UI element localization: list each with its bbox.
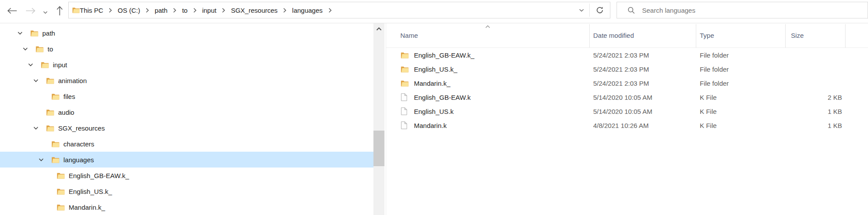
- chevron-right-icon: [329, 8, 332, 13]
- tree-item-characters[interactable]: characters: [0, 136, 373, 152]
- tree-item-files[interactable]: files: [0, 88, 373, 104]
- file-size: 1 KB: [785, 104, 842, 118]
- file-name: Mandarin.k: [414, 118, 447, 132]
- file-row-mandarin-k[interactable]: Mandarin.k4/8/2021 10:26 AMK File1 KB: [386, 118, 868, 132]
- tree-expand-chevron[interactable]: [18, 32, 23, 35]
- refresh-button[interactable]: [590, 2, 610, 18]
- tree-expand-chevron[interactable]: [33, 127, 39, 130]
- file-name: English_US.k_: [414, 62, 457, 76]
- breadcrumb-item-path[interactable]: path: [155, 7, 167, 14]
- scrollbar-thumb[interactable]: [373, 131, 384, 166]
- tree-item-english-us-k[interactable]: English_US.k_: [0, 183, 373, 199]
- breadcrumb-item-to[interactable]: to: [182, 7, 188, 14]
- breadcrumb-separator[interactable]: [173, 8, 176, 13]
- breadcrumb-item-os-c[interactable]: OS (C:): [118, 7, 140, 14]
- column-divider[interactable]: [845, 24, 846, 47]
- breadcrumb-separator[interactable]: [222, 8, 225, 13]
- chevron-down-icon: [39, 158, 44, 161]
- tree-item-animation[interactable]: animation: [0, 73, 373, 88]
- folder-icon: [46, 109, 54, 116]
- file-icon: [401, 118, 410, 132]
- tree-item-sgx-resources[interactable]: SGX_resources: [0, 120, 373, 136]
- tree-expand-chevron[interactable]: [33, 79, 39, 82]
- tree-item-languages[interactable]: languages: [0, 152, 373, 168]
- file-row-english-gb-eaw-k[interactable]: English_GB-EAW.k_5/24/2021 2:03 PMFile f…: [386, 48, 868, 62]
- folder-icon: [401, 48, 410, 62]
- recent-locations-button[interactable]: [41, 0, 50, 23]
- file-row-english-us-k[interactable]: English_US.k_5/24/2021 2:03 PMFile folde…: [386, 62, 868, 76]
- file-type: File folder: [700, 62, 729, 76]
- column-header-row: Name Date modified Type Size: [386, 23, 868, 48]
- breadcrumb-item-sgx-resources[interactable]: SGX_resources: [231, 7, 277, 14]
- file-type: K File: [700, 118, 717, 132]
- tree-item-input[interactable]: input: [0, 57, 373, 73]
- chevron-right-icon: [109, 8, 112, 13]
- column-header-date-modified[interactable]: Date modified: [593, 23, 634, 47]
- up-button[interactable]: [53, 0, 66, 23]
- tree-item-label: files: [63, 93, 75, 100]
- tree-item-to[interactable]: to: [0, 41, 373, 57]
- forward-button[interactable]: [23, 0, 38, 23]
- tree-item-label: languages: [63, 156, 94, 164]
- column-divider[interactable]: [696, 24, 696, 47]
- column-header-name[interactable]: Name: [400, 23, 418, 47]
- tree-item-english-gb-eaw-k[interactable]: English_GB-EAW.k_: [0, 168, 373, 183]
- file-row-english-us-k[interactable]: English_US.k5/14/2020 10:05 AMK File1 KB: [386, 104, 868, 118]
- column-divider[interactable]: [785, 24, 786, 47]
- file-size: [785, 62, 842, 76]
- address-dropdown-button[interactable]: [573, 2, 589, 18]
- file-icon: [401, 90, 410, 104]
- breadcrumb-item-input[interactable]: input: [202, 7, 217, 14]
- tree-item-label: animation: [58, 77, 87, 84]
- navigation-tree: path to input animation files audio SGX_…: [0, 23, 373, 215]
- tree-expand-chevron[interactable]: [28, 63, 34, 66]
- scrollbar-up-button[interactable]: [373, 23, 384, 35]
- search-box[interactable]: [617, 2, 868, 18]
- breadcrumb-item-this-pc[interactable]: This PC: [80, 7, 103, 14]
- file-icon: [401, 93, 407, 101]
- tree-item-mandarin-k[interactable]: Mandarin.k_: [0, 199, 373, 215]
- file-date-modified: 5/24/2021 2:03 PM: [593, 48, 649, 62]
- breadcrumb: This PC OS (C:) path to input SGX_resour…: [80, 2, 573, 18]
- tree-item-label: characters: [63, 140, 94, 148]
- file-icon: [401, 107, 407, 115]
- file-name: English_GB-EAW.k: [414, 90, 471, 104]
- folder-icon: [52, 157, 59, 163]
- folder-icon: [46, 109, 54, 116]
- file-row-mandarin-k[interactable]: Mandarin.k_5/24/2021 2:03 PMFile folder: [386, 76, 868, 90]
- back-button[interactable]: [4, 0, 19, 23]
- tree-item-audio[interactable]: audio: [0, 104, 373, 120]
- breadcrumb-separator[interactable]: [283, 8, 286, 13]
- file-date-modified: 5/14/2020 10:05 AM: [593, 104, 652, 118]
- breadcrumb-item-languages[interactable]: languages: [292, 7, 322, 14]
- column-header-size[interactable]: Size: [791, 23, 804, 47]
- column-divider[interactable]: [589, 24, 590, 47]
- file-row-english-gb-eaw-k[interactable]: English_GB-EAW.k5/14/2020 10:05 AMK File…: [386, 90, 868, 104]
- tree-item-path[interactable]: path: [0, 25, 373, 41]
- folder-icon: [52, 141, 59, 147]
- breadcrumb-separator[interactable]: [329, 8, 332, 13]
- folder-icon: [401, 66, 409, 73]
- chevron-right-icon: [173, 8, 176, 13]
- file-name: English_GB-EAW.k_: [414, 48, 474, 62]
- folder-icon: [30, 30, 38, 36]
- folder-icon: [401, 80, 409, 87]
- file-type: K File: [700, 104, 717, 118]
- breadcrumb-separator[interactable]: [193, 8, 196, 13]
- breadcrumb-separator[interactable]: [146, 8, 149, 13]
- tree-scrollbar[interactable]: [373, 23, 384, 215]
- tree-expand-chevron[interactable]: [23, 47, 29, 51]
- tree-expand-chevron[interactable]: [39, 158, 44, 161]
- file-date-modified: 4/8/2021 10:26 AM: [593, 118, 649, 132]
- chevron-right-icon: [222, 8, 225, 13]
- folder-icon: [36, 46, 44, 52]
- file-icon: [401, 121, 407, 129]
- breadcrumb-separator[interactable]: [109, 8, 112, 13]
- folder-icon: [57, 172, 65, 179]
- search-input[interactable]: [635, 2, 868, 18]
- file-size: 1 KB: [785, 118, 842, 132]
- folder-icon: [46, 125, 54, 131]
- address-bar[interactable]: This PC OS (C:) path to input SGX_resour…: [68, 2, 610, 18]
- file-list-panel: Name Date modified Type Size English_GB-…: [386, 23, 868, 215]
- column-header-type[interactable]: Type: [700, 23, 714, 47]
